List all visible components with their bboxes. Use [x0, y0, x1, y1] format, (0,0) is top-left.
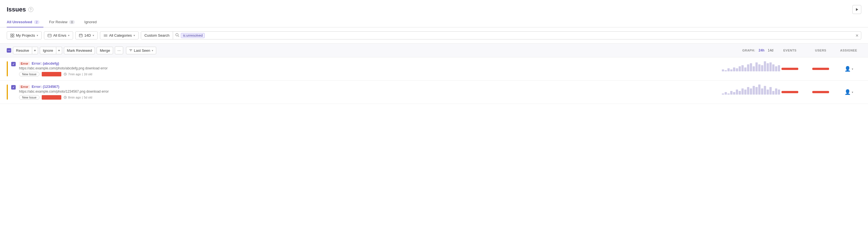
time-ago: 8min ago: [68, 96, 81, 99]
all-envs-filter[interactable]: All Envs ▾: [44, 31, 73, 39]
resolve-dropdown[interactable]: ▾: [32, 47, 38, 54]
sort-icon: [129, 49, 132, 52]
sort-label: Last Seen: [134, 49, 150, 53]
resolve-group: Resolve ▾: [13, 47, 38, 54]
tab-all-unresolved-badge: 2: [34, 20, 39, 24]
ignore-dropdown[interactable]: ▾: [56, 47, 62, 54]
svg-line-18: [65, 74, 66, 74]
issue-url: https://abc.example.com/photo/1234567.pn…: [19, 90, 717, 94]
events-col-header: EVENTS: [774, 49, 805, 52]
graph-bar: [769, 87, 772, 95]
my-projects-filter[interactable]: My Projects ▾: [7, 31, 42, 39]
svg-rect-7: [79, 34, 82, 37]
issue-stats: 👤 ▾: [774, 85, 861, 100]
graph-14d-button[interactable]: 14d: [767, 48, 774, 53]
priority-bar: [7, 85, 8, 100]
time-ago: 7min ago: [68, 72, 81, 76]
events-stat: [774, 68, 805, 70]
period-filter[interactable]: 14D ▾: [75, 31, 98, 39]
page: Issues ? All Unresolved 2 For Review 0 I…: [0, 0, 868, 225]
events-count: [781, 91, 798, 93]
graph-bar: [725, 92, 727, 95]
new-issue-tag[interactable]: New Issue: [19, 72, 39, 76]
all-categories-filter[interactable]: All Categories ▾: [100, 31, 138, 39]
graph-bar: [767, 90, 769, 95]
svg-rect-5: [48, 34, 51, 37]
assignee-chevron[interactable]: ▾: [852, 91, 853, 94]
graph-bar: [769, 62, 772, 71]
tab-all-unresolved-label: All Unresolved: [7, 20, 32, 24]
issue-type-row: Error Error: (1234567): [19, 85, 717, 89]
issue-title[interactable]: Error: (abcdefg): [32, 61, 59, 65]
users-stat: [805, 91, 836, 93]
issue-tags-row: New Issue 7min ago | 2d old: [19, 72, 717, 76]
graph-label: GRAPH:: [742, 49, 755, 52]
graph-bar: [725, 70, 727, 71]
graph-bar: [741, 89, 744, 95]
new-issue-tag[interactable]: New Issue: [19, 95, 39, 100]
issue-type-badge: Error: [19, 62, 30, 65]
graph-bar: [730, 91, 733, 95]
graph-bar: [772, 64, 774, 71]
more-button[interactable]: ···: [115, 46, 123, 54]
issue-checkbox[interactable]: [11, 85, 16, 90]
graph-bar: [744, 67, 746, 71]
period-chevron: ▾: [93, 34, 94, 37]
graph-bar: [761, 65, 763, 71]
priority-bar: [7, 61, 8, 76]
tab-for-review-badge: 0: [69, 20, 75, 24]
tab-all-unresolved[interactable]: All Unresolved 2: [7, 17, 43, 27]
assignee-chevron[interactable]: ▾: [852, 67, 853, 70]
issue-time: 7min ago | 2d old: [64, 72, 92, 76]
tab-ignored-label: Ignored: [84, 20, 97, 24]
issue-url: https://abc.example.com/photo/abcdefg.pn…: [19, 66, 717, 70]
custom-search-label: Custom Search: [141, 32, 173, 39]
all-categories-label: All Categories: [109, 33, 132, 37]
issue-title[interactable]: Error: (1234567): [32, 85, 59, 89]
select-all-checkbox[interactable]: [7, 48, 11, 53]
merge-button[interactable]: Merge: [97, 47, 113, 54]
age: 2d old: [84, 72, 92, 76]
graph-bar: [741, 65, 744, 71]
mark-reviewed-button[interactable]: Mark Reviewed: [64, 47, 95, 54]
tabs-row: All Unresolved 2 For Review 0 Ignored: [0, 17, 868, 27]
issue-checkbox[interactable]: [11, 62, 16, 66]
events-count: [781, 68, 798, 70]
issue-type-row: Error Error: (abcdefg): [19, 61, 717, 65]
graph-bar: [736, 90, 738, 95]
all-categories-chevron: ▾: [133, 34, 135, 37]
play-button[interactable]: [852, 5, 861, 14]
categories-icon: [103, 34, 107, 37]
users-count: [812, 68, 829, 70]
sort-button[interactable]: Last Seen ▾: [126, 47, 156, 54]
search-inner: is:unresolved: [173, 32, 853, 39]
clock-icon: [64, 96, 67, 99]
resolve-button[interactable]: Resolve: [13, 47, 32, 54]
graph-bar: [722, 69, 724, 71]
envs-icon: [48, 34, 52, 37]
issue-content: Error Error: (abcdefg) https://abc.examp…: [19, 61, 717, 76]
help-icon[interactable]: ?: [28, 7, 33, 12]
svg-rect-4: [12, 36, 14, 37]
graph-bar: [733, 92, 735, 95]
ignore-button[interactable]: Ignore: [40, 47, 56, 54]
graph-24h-button[interactable]: 24h: [757, 48, 766, 53]
projects-icon: [10, 34, 14, 37]
tab-ignored[interactable]: Ignored: [84, 17, 100, 27]
graph-bar: [730, 69, 733, 71]
table-row: Error Error: (abcdefg) https://abc.examp…: [0, 57, 868, 81]
graph-bar: [764, 86, 766, 95]
tab-for-review[interactable]: For Review 0: [49, 17, 79, 27]
calendar-icon: [79, 34, 83, 37]
users-count: [812, 91, 829, 93]
search-clear-button[interactable]: ✕: [853, 32, 861, 39]
search-tag[interactable]: is:unresolved: [181, 33, 205, 38]
assignee-col: 👤 ▾: [836, 66, 861, 72]
graph-bar: [727, 68, 730, 71]
issue-stats: 👤 ▾: [774, 61, 861, 76]
graph-bar: [753, 86, 755, 95]
graph-bar: [747, 87, 749, 95]
svg-rect-2: [12, 34, 14, 35]
ignore-group: Ignore ▾: [40, 47, 62, 54]
my-projects-label: My Projects: [16, 33, 35, 37]
